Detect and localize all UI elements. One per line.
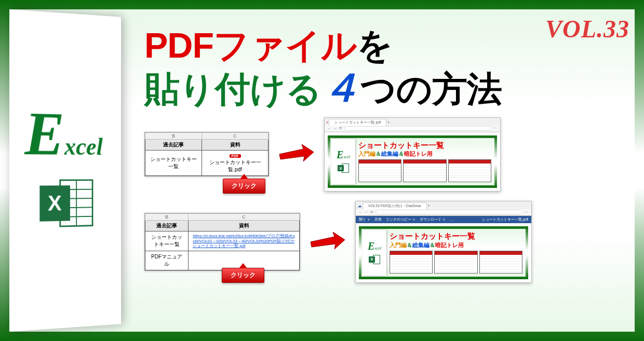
mini-door-panel: Excel X bbox=[331, 139, 355, 185]
new-tab-button[interactable]: + bbox=[387, 120, 390, 124]
arrow-icon bbox=[310, 230, 346, 253]
hyperlink-text[interactable]: https://d.docs.live.net/e28cc1c6f40b3eb/… bbox=[193, 234, 295, 249]
excel-snippet-2: B C 過去記事 資料 ショートカットキー一覧 https://d.docs.l… bbox=[144, 213, 300, 271]
pdf-viewport: VOL. 48 Excel X bbox=[356, 223, 531, 282]
browser-chrome: ☁ VOL33 PDF貼り付け - OneDrive + ← → ⟳ ⋯ bbox=[356, 201, 531, 216]
col-header-b: B bbox=[145, 133, 202, 140]
mini-subtitle: 入門編＆総集編＆暗記トレ用 bbox=[358, 150, 491, 158]
pdf-favicon-icon: ▪ bbox=[327, 120, 328, 124]
arrow-icon bbox=[278, 143, 315, 166]
example-row-2: B C 過去記事 資料 ショートカットキー一覧 https://d.docs.l… bbox=[144, 201, 624, 283]
pdf-filename: ショートカットキー一覧.pdf bbox=[209, 159, 261, 172]
letter-xcel: xcel bbox=[64, 133, 103, 160]
pdf-page-thumbnail: VOL. 48 Excel X bbox=[328, 135, 497, 188]
table-header-left: 過去記事 bbox=[145, 220, 189, 231]
address-bar[interactable] bbox=[375, 210, 522, 214]
table-header-left: 過去記事 bbox=[145, 140, 202, 151]
nav-reload-icon[interactable]: ⟳ bbox=[370, 210, 373, 214]
mini-title: ショートカットキー一覧 bbox=[390, 231, 475, 240]
title-part-ways: つの方法 bbox=[360, 69, 502, 108]
table-cell-left: ショートカットキー一覧 bbox=[145, 151, 202, 176]
browser-preview-1: ▪ ショートカットキー一覧.pdf + ← → ⟳ ⋯ bbox=[324, 117, 501, 192]
toolbar-share[interactable]: 共有 bbox=[374, 217, 382, 222]
excel-snippet-1: B C 過去記事 資料 ショートカットキー一覧 PDF bbox=[144, 132, 269, 176]
pdf-badge-icon: PDF bbox=[230, 154, 241, 158]
onedrive-toolbar: 開く ∨ 共有 リンクのコピー ∨ ダウンロード ∨ … ショートカットキー一覧… bbox=[356, 216, 531, 223]
toolbar-download[interactable]: ダウンロード ∨ bbox=[420, 217, 446, 222]
browser-menu-icon[interactable]: ⋯ bbox=[525, 210, 528, 214]
mini-excel-icon: X bbox=[369, 254, 380, 265]
mini-excel-icon: X bbox=[338, 162, 349, 174]
thumbnail-card: VOL.33 Excel X PDFファイルを 貼り付ける４つの方法 bbox=[0, 0, 644, 341]
page-title: PDFファイルを 貼り付ける４つの方法 bbox=[144, 25, 624, 111]
excel-icon: X bbox=[39, 175, 93, 232]
nav-forward-icon[interactable]: → bbox=[333, 127, 337, 130]
mini-subtitle: 入門編＆総集編＆暗記トレ用 bbox=[390, 241, 522, 249]
toolbar-copylink[interactable]: リンクのコピー ∨ bbox=[386, 217, 415, 222]
excel-icon-x: X bbox=[39, 185, 70, 221]
address-bar[interactable] bbox=[344, 126, 491, 131]
mini-title: ショートカットキー一覧 bbox=[358, 141, 444, 149]
browser-preview-2: ☁ VOL33 PDF貼り付け - OneDrive + ← → ⟳ ⋯ bbox=[355, 201, 532, 283]
toolbar-more[interactable]: … bbox=[450, 218, 453, 222]
browser-tab[interactable]: VOL33 PDF貼り付け - OneDrive bbox=[363, 202, 427, 209]
browser-menu-icon[interactable]: ⋯ bbox=[493, 126, 497, 130]
toolbar-filename: ショートカットキー一覧.pdf bbox=[482, 217, 528, 222]
pdf-viewport: VOL. 48 Excel X bbox=[325, 132, 500, 192]
browser-tab[interactable]: ショートカットキー一覧.pdf bbox=[329, 119, 386, 126]
click-callout-1: クリック bbox=[223, 179, 265, 194]
nav-back-icon[interactable]: ← bbox=[328, 127, 331, 130]
title-part-wo: を bbox=[357, 25, 393, 65]
letter-e: E bbox=[24, 109, 64, 159]
toolbar-open[interactable]: 開く ∨ bbox=[359, 217, 370, 222]
main-area: PDFファイルを 貼り付ける４つの方法 B C 過去記事 bbox=[129, 9, 635, 332]
browser-chrome: ▪ ショートカットキー一覧.pdf + ← → ⟳ ⋯ bbox=[325, 118, 500, 132]
table-cell-left: ショートカットキー一覧 bbox=[145, 231, 189, 251]
title-part-paste: 貼り付ける bbox=[144, 69, 321, 108]
table-cell-link[interactable]: https://d.docs.live.net/e28cc1c6f40b3eb/… bbox=[189, 231, 300, 251]
example-row-1: B C 過去記事 資料 ショートカットキー一覧 PDF bbox=[144, 117, 624, 192]
col-header-b: B bbox=[145, 213, 189, 220]
table-cell-left: PDFマニュアル bbox=[145, 251, 189, 270]
click-callout-2: クリック bbox=[222, 268, 264, 283]
col-header-c: C bbox=[202, 133, 269, 140]
examples: B C 過去記事 資料 ショートカットキー一覧 PDF bbox=[144, 117, 624, 283]
new-tab-button[interactable]: + bbox=[428, 204, 430, 208]
excel-wordmark: Excel bbox=[15, 108, 116, 160]
table-header-right: 資料 bbox=[202, 140, 269, 151]
mini-tables bbox=[358, 159, 491, 182]
col-header-c: C bbox=[189, 213, 300, 220]
mini-door-panel: Excel X bbox=[363, 230, 386, 276]
pdf-page-thumbnail: VOL. 48 Excel X bbox=[359, 226, 528, 279]
nav-reload-icon[interactable]: ⟳ bbox=[339, 126, 342, 130]
title-part-four: ４ bbox=[321, 66, 360, 110]
title-part-pdf: PDFファイル bbox=[144, 25, 357, 65]
canvas: VOL.33 Excel X PDFファイルを 貼り付ける４つの方法 bbox=[9, 9, 635, 332]
table-header-right: 資料 bbox=[189, 220, 300, 231]
table-cell-pdf-object[interactable]: PDF ショートカットキー一覧.pdf bbox=[202, 151, 269, 176]
door-panel: Excel X bbox=[9, 9, 122, 332]
nav-back-icon[interactable]: ← bbox=[359, 210, 363, 214]
nav-forward-icon[interactable]: → bbox=[365, 210, 368, 214]
mini-tables bbox=[390, 251, 522, 274]
onedrive-favicon-icon: ☁ bbox=[358, 204, 361, 208]
